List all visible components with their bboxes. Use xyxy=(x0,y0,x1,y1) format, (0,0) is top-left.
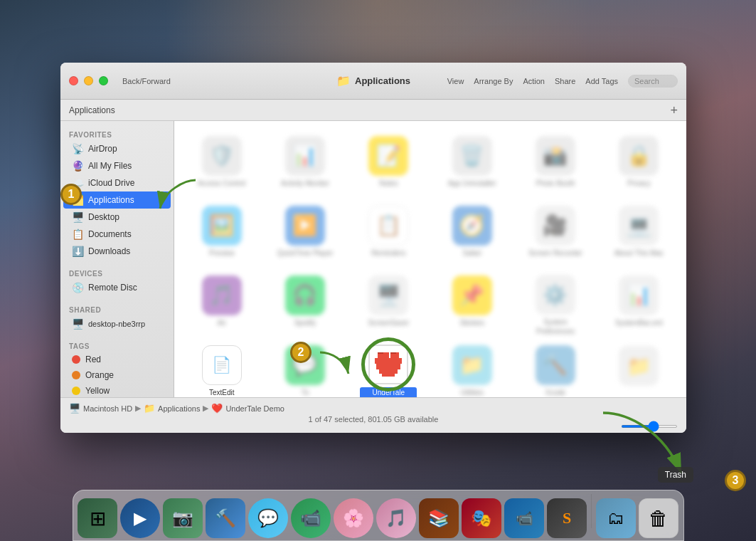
file-item-screensaver[interactable]: 🖥️ ScreenSaver xyxy=(350,269,427,333)
undertale-icon-area xyxy=(367,345,410,384)
downloads-icon: ⬇️ xyxy=(72,246,83,257)
trash-tooltip: Trash xyxy=(658,467,693,483)
quicktime-dock-icon: ▶ xyxy=(134,508,147,528)
sidebar-item-shared-desktop[interactable]: 🖥️ desktop-nbe3rrp xyxy=(63,315,171,332)
file-item-photo-booth[interactable]: 📸 Photo Booth xyxy=(516,130,594,194)
file-item-air[interactable]: 🎵 Air xyxy=(183,269,260,333)
file-item-notes[interactable]: 📝 Notes xyxy=(350,130,427,194)
file-item-xcode[interactable]: 🔨 Xcode xyxy=(516,339,594,397)
file-label: SystemBar.xml xyxy=(615,318,663,327)
file-icon-area: 🎵 xyxy=(201,275,243,315)
dock-item-messages[interactable]: 💬 xyxy=(248,498,288,538)
sidebar-item-all-my-files[interactable]: 🔮 All My Files xyxy=(63,157,171,174)
dock-item-mosaic[interactable]: ⊞ xyxy=(78,498,117,538)
file-item-privacy[interactable]: 🔒 Privacy xyxy=(600,130,678,194)
sidebar-remote-disc-label: Remote Disc xyxy=(88,283,137,293)
file-item-about-mac[interactable]: 💻 About This Mac xyxy=(600,199,678,263)
file-item-safari[interactable]: 🧭 Safari xyxy=(433,199,511,263)
dock-item-xcode[interactable]: 🔨 xyxy=(206,498,245,538)
path-bar-title: Applications xyxy=(69,105,115,115)
sidebar-item-documents[interactable]: 📋 Documents xyxy=(63,226,171,243)
file-label: About This Mac xyxy=(614,248,664,258)
file-item-reminders[interactable]: 📋 Reminders xyxy=(350,199,427,263)
file-icon-area: 🎧 xyxy=(284,275,326,315)
dock-item-books[interactable]: 📚 xyxy=(419,498,459,538)
file-icon-area: ⚙️ xyxy=(534,275,577,315)
search-input[interactable]: Search xyxy=(628,75,678,88)
dock-item-finder[interactable]: 🗂 xyxy=(596,498,636,538)
dock-item-music[interactable]: 🎵 xyxy=(376,498,416,538)
file-label: ScreenSaver xyxy=(368,318,409,327)
sidebar-item-yellow[interactable]: Yellow xyxy=(63,383,171,397)
minimize-button[interactable] xyxy=(84,76,93,85)
sidebar-item-red[interactable]: Red xyxy=(63,352,171,367)
svg-rect-3 xyxy=(396,352,399,358)
sublime-icon: S xyxy=(563,509,571,527)
sidebar-shared-label: desktop-nbe3rrp xyxy=(88,320,145,328)
dock-item-facetime[interactable]: 📹 xyxy=(291,498,331,538)
file-icon-area: 📄 xyxy=(201,345,243,385)
file-item-screen-recorder[interactable]: 🎥 Screen Recorder xyxy=(516,199,594,263)
file-item-utilities[interactable]: 📁 Utilities xyxy=(433,339,511,397)
share-button[interactable]: Share xyxy=(555,77,575,85)
red-tag-dot xyxy=(72,355,80,364)
window-title: 📁 Applications xyxy=(336,74,410,88)
file-item-quicktime[interactable]: ▶️ QuickTime Player xyxy=(266,199,344,263)
add-path-button[interactable]: + xyxy=(670,104,678,117)
dock-item-sublime[interactable]: S xyxy=(547,498,587,538)
dock-item-photos[interactable]: 🌸 xyxy=(334,498,373,538)
sidebar-item-desktop[interactable]: 🖥️ Desktop xyxy=(63,209,171,226)
sys-pref-icon: ⚙️ xyxy=(536,275,575,315)
svg-rect-10 xyxy=(390,352,396,354)
back-forward-button[interactable]: Back/Forward xyxy=(122,77,171,85)
dock-item-quicktime[interactable]: ▶ xyxy=(120,498,160,538)
breadcrumb-sep-2: ▶ xyxy=(203,404,208,413)
file-label: To xyxy=(302,388,309,397)
dock-item-zoom[interactable]: 📹 xyxy=(504,498,544,538)
dock-item-image-capture[interactable]: 📷 xyxy=(163,498,203,538)
orange-tag-label: Orange xyxy=(85,370,114,380)
file-item-activity-monitor[interactable]: 📊 Activity Monitor xyxy=(266,130,344,194)
quicktime-icon: ▶️ xyxy=(285,206,325,246)
sidebar-item-remote-disc[interactable]: 💿 Remote Disc xyxy=(63,279,171,296)
photos-icon: 🌸 xyxy=(343,508,364,528)
file-icon-area: 🖼️ xyxy=(201,205,243,246)
file-icon-area: 🔒 xyxy=(617,135,660,176)
file-item-sys-bar[interactable]: 📊 SystemBar.xml xyxy=(600,269,678,333)
file-item-textedit[interactable]: 📄 TextEdit xyxy=(183,339,260,397)
arrange-by-button[interactable]: Arrange By xyxy=(474,77,513,85)
file-item-spotify[interactable]: 🎧 Spotify xyxy=(266,269,344,333)
close-button[interactable] xyxy=(69,76,78,85)
file-item-undertale[interactable]: UnderTale Demo xyxy=(350,339,427,397)
file-label: TextEdit xyxy=(209,388,235,397)
dock: ⊞ ▶ 📷 🔨 💬 📹 🌸 🎵 📚 🎭 📹 S 🗂 🗑 xyxy=(0,484,756,541)
file-item-sys-pref[interactable]: ⚙️ System Preferences xyxy=(516,269,594,333)
file-icon-area: 📁 xyxy=(617,345,660,387)
size-slider-row xyxy=(60,425,686,428)
applications-breadcrumb-icon: 📁 xyxy=(144,403,155,414)
file-icon-area: 📋 xyxy=(367,205,410,246)
file-icon-area: 📊 xyxy=(284,135,326,176)
view-button[interactable]: View xyxy=(447,77,464,85)
file-label: Access Control xyxy=(198,179,245,188)
action-button[interactable]: Action xyxy=(523,77,545,85)
sidebar-item-orange[interactable]: Orange xyxy=(63,367,171,383)
textedit-icon: 📄 xyxy=(202,345,242,385)
xcode-dock-icon: 🔨 xyxy=(215,508,236,528)
sidebar-item-airdrop[interactable]: 📡 AirDrop xyxy=(63,140,171,157)
file-item-stickies[interactable]: 📌 Stickies xyxy=(433,269,511,333)
dock-item-photo-booth[interactable]: 🎭 xyxy=(462,498,501,538)
file-item-empty[interactable]: 📁 xyxy=(600,339,678,397)
svg-rect-4 xyxy=(375,358,402,364)
svg-rect-7 xyxy=(382,374,395,377)
svg-rect-5 xyxy=(376,364,400,369)
file-icon-area: 📌 xyxy=(451,275,494,315)
utilities-icon: 📁 xyxy=(452,345,492,385)
sidebar-item-downloads[interactable]: ⬇️ Downloads xyxy=(63,243,171,260)
zoom-icon: 📹 xyxy=(516,510,533,527)
add-tags-button[interactable]: Add Tags xyxy=(585,77,618,85)
file-label: Reminders xyxy=(371,248,405,258)
maximize-button[interactable] xyxy=(99,76,108,85)
dock-item-trash[interactable]: 🗑 xyxy=(639,498,678,538)
file-item-uninstaller[interactable]: 🗑️ App Uninstaller xyxy=(433,130,511,194)
